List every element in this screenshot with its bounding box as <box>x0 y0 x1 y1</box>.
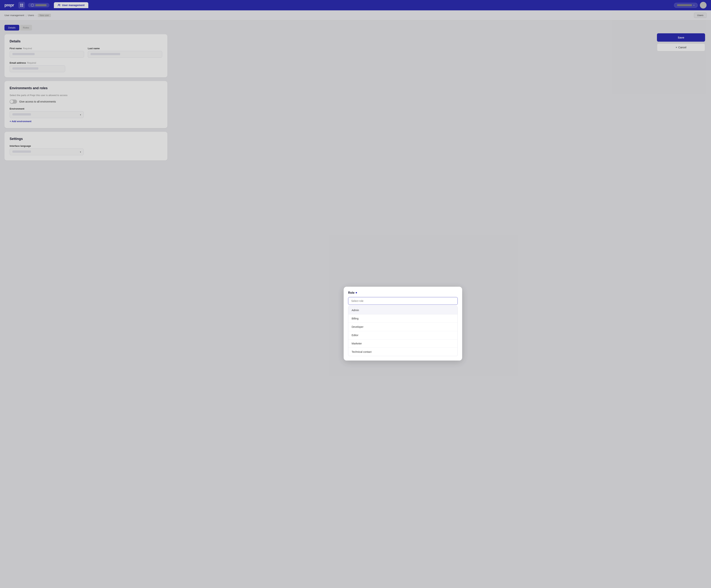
role-option-marketer[interactable]: Marketer <box>348 340 457 348</box>
role-option-developer[interactable]: Developer <box>348 323 457 331</box>
role-option-billing[interactable]: Billing <box>348 314 457 323</box>
role-option-admin[interactable]: Admin <box>348 306 457 314</box>
role-option-editor[interactable]: Editor <box>348 331 457 340</box>
role-search-input[interactable] <box>348 297 458 305</box>
role-title: Role <box>348 291 458 295</box>
role-options-list: Admin Billing Developer Editor Marketer … <box>348 306 458 356</box>
required-dot <box>356 292 357 293</box>
role-option-technical-contact[interactable]: Technical contact <box>348 348 457 356</box>
role-dropdown: Role Admin Billing Developer Editor Mark… <box>344 287 462 361</box>
